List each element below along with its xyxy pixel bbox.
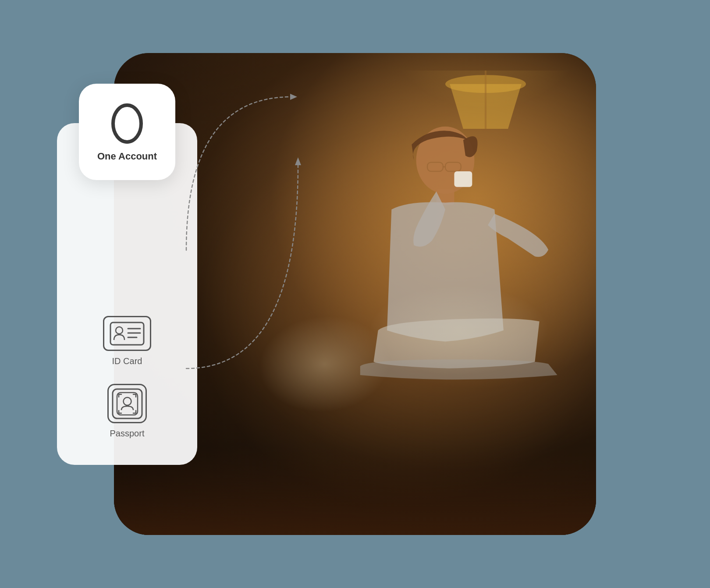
id-card-label: ID Card: [112, 356, 142, 366]
id-card-icon: [110, 322, 145, 346]
one-account-logo: [107, 102, 147, 145]
passport-icon: [111, 387, 144, 420]
svg-rect-7: [454, 171, 472, 187]
id-card-icon-box: [103, 316, 151, 351]
passport-item: Passport: [107, 384, 147, 439]
left-panel: One Account ID Card: [57, 123, 197, 465]
id-card-item: ID Card: [103, 316, 151, 366]
one-account-card: One Account: [79, 84, 175, 180]
outer-container: One Account ID Card: [92, 35, 618, 553]
svg-point-10: [113, 105, 141, 142]
svg-point-12: [116, 327, 123, 334]
svg-point-9: [369, 286, 548, 375]
passport-icon-box: [107, 384, 147, 423]
person-illustration: [276, 71, 574, 474]
one-account-label: One Account: [97, 151, 157, 162]
svg-rect-17: [117, 393, 138, 415]
passport-label: Passport: [110, 429, 145, 439]
svg-point-18: [123, 397, 131, 405]
